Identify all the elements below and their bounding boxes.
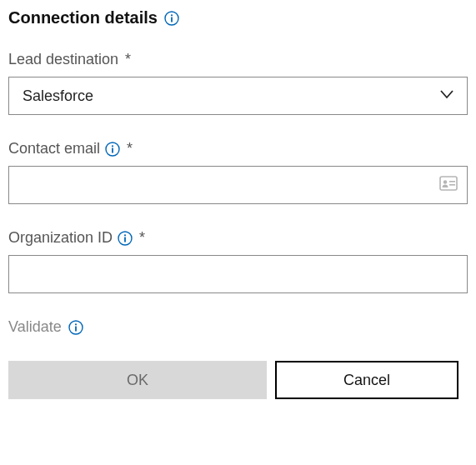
svg-rect-9 <box>449 184 455 186</box>
lead-destination-label-text: Lead destination <box>8 51 118 68</box>
required-marker: * <box>125 51 131 68</box>
button-row: OK Cancel <box>8 361 468 399</box>
lead-destination-field: Lead destination * Salesforce <box>8 51 468 115</box>
contact-email-field: Contact email * <box>8 140 468 204</box>
info-icon[interactable] <box>105 142 120 157</box>
lead-destination-label: Lead destination * <box>8 51 468 68</box>
validate-link: Validate <box>8 318 83 336</box>
svg-point-4 <box>112 145 113 147</box>
ok-button-label: OK <box>127 372 148 389</box>
svg-rect-8 <box>449 181 455 182</box>
cancel-button-label: Cancel <box>343 372 390 389</box>
contact-email-label: Contact email * <box>8 140 468 158</box>
validate-label: Validate <box>8 318 62 336</box>
contact-card-icon <box>439 176 458 194</box>
svg-point-1 <box>171 14 173 16</box>
contact-email-input[interactable] <box>8 166 468 204</box>
svg-rect-12 <box>124 237 126 242</box>
lead-destination-value: Salesforce <box>23 88 93 105</box>
required-marker: * <box>127 140 133 158</box>
svg-rect-2 <box>171 17 173 22</box>
info-icon[interactable] <box>118 231 133 246</box>
ok-button[interactable]: OK <box>8 361 267 399</box>
svg-point-7 <box>443 180 447 183</box>
section-title-text: Connection details <box>8 8 158 28</box>
svg-rect-15 <box>75 326 77 331</box>
required-marker: * <box>139 229 145 247</box>
info-icon[interactable] <box>164 11 179 26</box>
organization-id-input[interactable] <box>8 255 468 293</box>
organization-id-field: Organization ID * <box>8 229 468 293</box>
contact-email-label-text: Contact email <box>8 140 100 158</box>
svg-rect-6 <box>440 177 457 190</box>
organization-id-label: Organization ID * <box>8 229 468 247</box>
svg-rect-5 <box>112 148 113 152</box>
svg-point-11 <box>124 234 126 236</box>
cancel-button[interactable]: Cancel <box>275 361 458 399</box>
svg-point-14 <box>75 323 77 325</box>
info-icon[interactable] <box>68 320 83 335</box>
organization-id-label-text: Organization ID <box>8 229 113 247</box>
section-title: Connection details <box>8 8 468 28</box>
lead-destination-select[interactable]: Salesforce <box>8 77 468 115</box>
